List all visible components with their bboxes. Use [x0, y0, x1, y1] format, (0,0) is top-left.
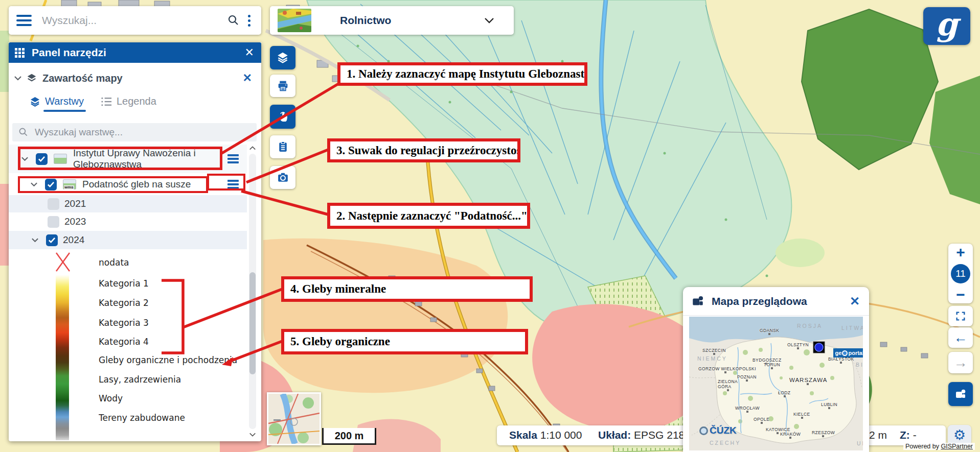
tab-warstwy-label: Warstwy	[45, 96, 84, 107]
fullscreen-button[interactable]	[948, 306, 973, 326]
layer-row-2024[interactable]: 2024	[9, 231, 247, 249]
panel-grid-icon	[15, 48, 25, 58]
chevron-down-icon[interactable]	[14, 76, 22, 81]
scale-value: 1:10 000	[540, 429, 582, 441]
city-label: KRAKÓW	[780, 432, 801, 437]
crs-label: Układ:	[598, 429, 631, 441]
geoportal-logo[interactable]: g	[923, 7, 970, 45]
city-label: GDANSK	[760, 328, 779, 333]
legend-item: Lasy, zadrzewienia	[99, 374, 181, 385]
chevron-down-icon[interactable]	[30, 182, 38, 187]
print-tool-button[interactable]	[270, 75, 295, 97]
zoom-out-button[interactable]: −	[956, 287, 965, 302]
back-arrow-icon: ←	[954, 330, 968, 346]
overview-title-icon	[691, 295, 704, 308]
geoportal-logo-letter: g	[936, 6, 958, 43]
country-label: CZECHY	[710, 440, 741, 446]
layer-search	[12, 123, 257, 141]
overview-map-panel: Mapa przeglądowa ✕	[683, 287, 869, 452]
scale-readout: Skala 1:10 000	[509, 429, 582, 441]
chevron-down-icon[interactable]	[21, 156, 29, 161]
overview-close-icon[interactable]: ✕	[850, 295, 860, 307]
root-layer-checkbox[interactable]	[36, 153, 48, 165]
tap-hand-icon	[276, 110, 289, 124]
city-label: WROCŁAW	[735, 406, 760, 411]
sublayer-label[interactable]: Podatność gleb na susze	[82, 179, 191, 190]
scale-label: Skala	[509, 429, 537, 441]
root-layer-label[interactable]: Instytut Uprawy Nawożenia i Gleboznawstw…	[73, 148, 219, 170]
city-label: RZESZOW	[812, 430, 835, 435]
year-2023-label: 2023	[64, 216, 86, 227]
layers-tool-button[interactable]	[270, 46, 295, 69]
sublayer-checkbox[interactable]	[45, 179, 57, 191]
root-layer-menu-icon[interactable]	[227, 154, 239, 163]
cuzk-globe-icon	[699, 426, 708, 435]
year-2021-checkbox[interactable]	[48, 198, 59, 210]
city-label: OLSZTYN	[787, 342, 809, 347]
city-label: KIELCE	[793, 412, 810, 417]
layer-row-2023[interactable]: 2023	[9, 213, 247, 230]
year-2021-label: 2021	[64, 198, 86, 209]
main-menu-icon[interactable]	[16, 15, 32, 26]
scroll-down-icon[interactable]	[249, 432, 256, 437]
country-label: UKRA	[857, 440, 863, 446]
legend-item: Tereny zabudowane	[99, 413, 185, 423]
gispartner-link[interactable]: GISPartner	[941, 443, 973, 450]
panel-close-icon[interactable]: ✕	[245, 47, 254, 58]
more-options-icon[interactable]	[248, 15, 251, 27]
tab-warstwy[interactable]: Warstwy	[29, 96, 84, 107]
search-input[interactable]	[41, 14, 227, 27]
annotation-step-1-text: 1. Należy zaznaczyć mapę Instytutu Glebo…	[347, 67, 587, 81]
city-label: SZCZECIN	[702, 348, 726, 353]
annotation-step-3: 3. Suwak do regulacji przeźroczystości	[327, 138, 520, 162]
scroll-up-icon[interactable]	[249, 146, 256, 151]
sublayer-menu-icon[interactable]	[227, 180, 239, 189]
year-2023-checkbox[interactable]	[48, 216, 59, 228]
annotation-step-5: 5. Gleby organiczne	[281, 329, 528, 354]
theme-selector[interactable]: Rolnictwo	[270, 6, 514, 35]
legend-tab-icon	[101, 97, 112, 107]
z-label: Z:	[900, 429, 910, 441]
forward-arrow-icon: →	[954, 355, 968, 371]
layer-search-input[interactable]	[34, 126, 257, 138]
overview-map-toggle-button[interactable]	[948, 382, 973, 406]
layers-icon	[276, 51, 289, 64]
overview-map[interactable]: geportal ČÚZK ROSJA LITWA NIEMCY BIA CZE…	[689, 317, 863, 450]
city-label: POZNAN	[737, 374, 757, 379]
layer-row-sublayer[interactable]: Podatność gleb na susze	[9, 174, 247, 195]
country-label: BIA	[856, 362, 863, 368]
chevron-down-icon[interactable]	[31, 237, 39, 243]
zoom-in-button[interactable]: +	[956, 245, 965, 260]
panel-scrollbar[interactable]	[249, 145, 256, 438]
zoom-level-badge: 11	[951, 264, 970, 283]
coordinate-value: 2 m	[869, 429, 887, 441]
country-label: NIEMCY	[697, 355, 727, 362]
overview-header: Mapa przeglądowa ✕	[683, 287, 869, 316]
tab-legenda[interactable]: Legenda	[101, 96, 156, 107]
annotation-step-2: 2. Następnie zaznaczyć "Podatność..."	[327, 203, 530, 229]
city-label: TORUN	[764, 362, 780, 367]
city-label: ŁODZ	[778, 390, 790, 395]
scale-bar-label: 200 m	[335, 430, 364, 442]
coordinate-readout: 2 m	[869, 429, 887, 441]
globe-icon	[842, 350, 848, 356]
clipboard-tool-button[interactable]	[270, 135, 295, 158]
layer-row-2021[interactable]: 2021	[9, 195, 247, 212]
legend-item: Kategoria 2	[99, 298, 149, 308]
year-2024-checkbox[interactable]	[46, 234, 58, 246]
history-back-button[interactable]: ←	[948, 327, 973, 348]
history-forward-button[interactable]: →	[948, 352, 973, 373]
tab-legenda-label: Legenda	[117, 96, 156, 107]
screenshot-tool-button[interactable]	[270, 166, 295, 189]
touch-tool-button[interactable]	[270, 105, 295, 129]
layer-row-root[interactable]: Instytut Uprawy Nawożenia i Gleboznawstw…	[9, 145, 247, 173]
map-contents-close-icon[interactable]: ✕	[243, 73, 252, 84]
scale-bar: 200 m	[322, 428, 376, 445]
minimap-preview[interactable]	[267, 392, 321, 445]
search-icon[interactable]	[227, 14, 240, 27]
clipboard-icon	[277, 140, 289, 153]
year-2024-label: 2024	[63, 234, 84, 246]
panel-title: Panel narzędzi	[32, 46, 106, 59]
scrollbar-thumb[interactable]	[249, 272, 256, 374]
gear-icon: ⚙	[953, 429, 966, 442]
